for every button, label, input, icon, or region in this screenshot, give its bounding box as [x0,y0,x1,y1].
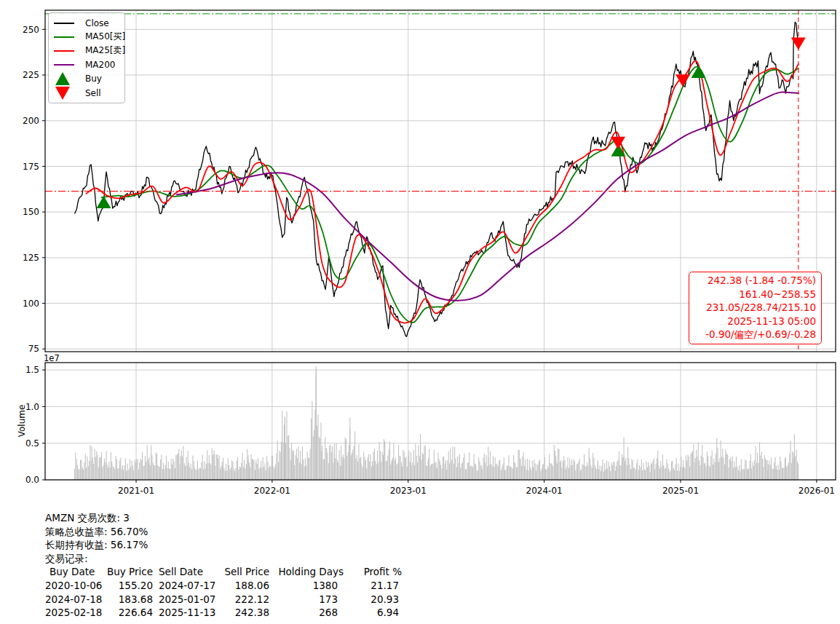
table-cell: Holding Days [269,565,344,579]
legend-marker-swatch-box [54,87,80,100]
trade-table-row: 2024-07-18183.682025-01-07222.1217320.93 [45,593,402,607]
price-y-tick-label: 250 [23,25,39,35]
table-cell: 2025-02-18 [45,606,106,620]
price-y-tick-label: 200 [23,116,39,126]
axis-tick-labels: 751001251501752002252500.00.51.01.52021-… [23,25,835,496]
legend-item-label: Close [85,18,109,28]
trade-table-header: Buy DateBuy PriceSell DateSell PriceHold… [45,565,402,579]
legend-line-swatch-box [54,36,80,38]
legend-item-label: Buy [85,74,102,84]
legend-item: Buy [54,72,124,86]
table-cell: 1380 [269,579,344,593]
legend-item-label: MA50[买] [85,31,125,43]
panel-frames [45,10,836,480]
table-cell: Sell Price [218,565,269,579]
price-y-tick-label: 100 [23,299,39,309]
trade-table-row: 2025-02-18226.642025-11-13242.382686.94 [45,606,402,620]
summary-line: AMZN 交易次数: 3 [45,511,402,525]
legend-marker-swatch-box [54,72,80,85]
legend-item: MA25[卖] [54,44,124,58]
buy-marker-icon [55,72,70,85]
legend-item-label: Sell [85,88,101,98]
legend-line-swatch [54,23,74,24]
summary-line: 策略总收益率: 56.70% [45,525,402,539]
chart-legend: CloseMA50[买]MA25[卖]MA200BuySell [48,12,125,103]
table-cell: 2025-11-13 [153,606,218,620]
trade-markers [96,37,805,208]
table-cell: Sell Date [153,565,218,579]
price-y-tick-label: 225 [23,70,39,80]
volume-y-tick-label: 0.0 [25,475,39,485]
volume-y-tick-label: 1.0 [25,402,39,412]
sell-marker [675,74,690,87]
volume-y-tick-label: 0.5 [25,438,39,449]
x-tick-label: 2024-01 [526,486,563,496]
legend-item: MA200 [54,58,124,72]
legend-item-label: MA200 [85,60,115,70]
legend-item: Close [54,16,124,30]
table-cell: 2025-01-07 [153,593,218,607]
gridlines [45,10,836,480]
price-y-tick-label: 125 [23,253,39,263]
info-box-line: -0.90/偏空/+0.69/-0.28 [694,328,816,341]
summary-line: 交易记录: [45,552,402,566]
legend-line-swatch-box [54,64,80,66]
x-tick-label: 2021-01 [118,486,154,496]
table-cell: 188.06 [218,579,269,593]
strategy-summary: AMZN 交易次数: 3策略总收益率: 56.70%长期持有收益: 56.17%… [45,511,402,620]
last-bar-info-box: 242.38 (-1.84 -0.75%)161.40~258.55231.05… [689,272,822,344]
info-box-line: 231.05/228.74/215.10 [694,301,816,315]
buy-marker [692,66,706,78]
info-box-line: 161.40~258.55 [694,288,816,301]
x-tick-label: 2023-01 [390,486,427,496]
trade-table-row: 2020-10-06155.202024-07-17188.06138021.1… [45,579,402,593]
summary-line: 长期持有收益: 56.17% [45,538,402,552]
table-cell: Buy Date [45,565,106,579]
buy-marker [96,196,111,208]
x-tick-label: 2025-01 [662,486,699,496]
table-cell: 222.12 [218,593,269,607]
price-y-tick-label: 175 [23,162,39,172]
table-cell: 6.94 [344,606,402,620]
x-tick-label: 2022-01 [254,486,290,496]
table-cell: 268 [269,606,344,620]
table-cell: 20.93 [344,593,402,607]
table-cell: 2024-07-17 [153,579,218,593]
table-cell: 2024-07-18 [45,593,106,607]
legend-line-swatch [54,36,74,38]
price-y-tick-label: 75 [28,344,39,354]
volume-axis-label: Volume [0,416,44,425]
price-y-tick-label: 150 [23,207,39,217]
axis-ticks [42,29,817,483]
table-cell: 173 [269,593,344,607]
figure-canvas: 751001251501752002252500.00.51.01.52021-… [0,0,840,624]
legend-item-label: MA25[卖] [85,44,125,57]
legend-line-swatch-box [54,50,80,52]
volume-y-tick-label: 1.5 [25,365,39,375]
table-cell: 21.17 [344,579,402,593]
legend-line-swatch [54,50,74,52]
volume-bars [74,366,799,480]
legend-line-swatch [54,64,74,66]
info-box-line: 242.38 (-1.84 -0.75%) [694,274,816,288]
table-cell: 155.20 [106,579,153,593]
table-cell: 226.64 [106,606,153,620]
sell-marker-icon [55,87,70,100]
table-cell: 242.38 [218,606,269,620]
legend-line-swatch-box [54,23,80,24]
table-cell: 183.68 [106,593,153,607]
info-box-line: 2025-11-13 05:00 [694,315,816,328]
volume-scale-offset: 1e7 [44,353,60,363]
table-cell: Buy Price [106,565,153,579]
legend-item: MA50[买] [54,30,124,44]
legend-item: Sell [54,86,124,100]
table-cell: 2020-10-06 [45,579,106,593]
table-cell: Profit % [344,565,402,579]
x-tick-label: 2026-01 [799,486,835,496]
